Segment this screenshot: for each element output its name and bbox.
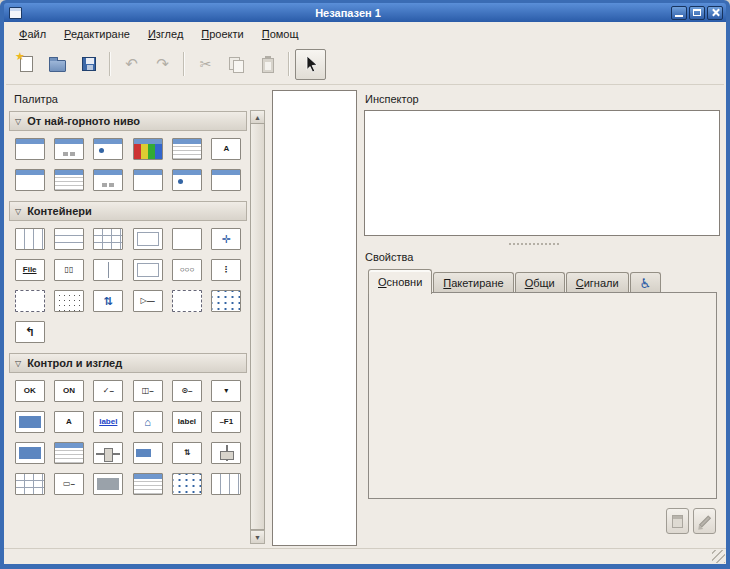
scrollbar-thumb[interactable]	[250, 123, 265, 530]
text-view[interactable]	[54, 442, 84, 464]
spin-button[interactable]: ⇅	[172, 442, 202, 464]
menu-edit[interactable]: Редактиране	[55, 25, 139, 43]
toolbar-widget[interactable]: ▯▯	[54, 259, 84, 281]
hpaned[interactable]	[93, 259, 123, 281]
list[interactable]	[211, 473, 241, 495]
combo-box[interactable]: ◫–	[133, 380, 163, 402]
hscale[interactable]	[93, 442, 123, 464]
alignment[interactable]: ↰	[15, 321, 45, 343]
vbuttonbox[interactable]: ⋮	[211, 259, 241, 281]
pane-resize-handle[interactable]	[509, 243, 559, 246]
window[interactable]	[15, 138, 45, 160]
save-button[interactable]	[73, 49, 104, 80]
tab-general[interactable]: Основни	[368, 269, 432, 294]
input-dialog[interactable]	[15, 169, 45, 191]
handlebox[interactable]: ▷—	[133, 290, 163, 312]
tab-accessibility[interactable]: ♿	[630, 272, 662, 293]
tab-packing[interactable]: Пакетиране	[433, 272, 513, 293]
frame[interactable]	[133, 228, 163, 250]
calendar[interactable]	[15, 473, 45, 495]
close-button[interactable]	[707, 6, 723, 20]
titlebar[interactable]: Незапазен 1	[4, 3, 726, 22]
menu-projects[interactable]: Проекти	[192, 25, 252, 43]
image[interactable]: ⌂	[133, 411, 163, 433]
check-button[interactable]: ✓–	[93, 380, 123, 402]
menu-view[interactable]: Изглед	[139, 25, 192, 43]
hseparator[interactable]: ▭–	[54, 473, 84, 495]
properties-editor-button[interactable]	[666, 508, 689, 534]
cut-button[interactable]	[190, 49, 221, 80]
minimize-button[interactable]	[671, 6, 687, 20]
utility-window[interactable]	[211, 169, 241, 191]
undo-button[interactable]	[116, 49, 147, 80]
text-view-2[interactable]	[133, 473, 163, 495]
radio-button[interactable]: ⊙–	[172, 380, 202, 402]
button[interactable]: OK	[15, 380, 45, 402]
iconbox[interactable]	[211, 290, 241, 312]
label[interactable]: label	[172, 411, 202, 433]
dialog-with-buttons[interactable]	[93, 169, 123, 191]
list-dialog[interactable]	[54, 169, 84, 191]
copy-icon	[229, 57, 244, 72]
maximize-button[interactable]	[689, 6, 705, 20]
vscale[interactable]	[211, 442, 241, 464]
entry[interactable]	[15, 411, 45, 433]
font-selection-dialog[interactable]: A	[211, 138, 241, 160]
redo-button[interactable]	[147, 49, 178, 80]
option-menu[interactable]: ▾	[211, 380, 241, 402]
statusbar-widget[interactable]	[93, 473, 123, 495]
selector-button[interactable]	[295, 49, 326, 80]
fixed[interactable]	[172, 228, 202, 250]
palette-grid-toplevel: A	[8, 131, 248, 200]
dialog[interactable]	[54, 138, 84, 160]
widget-icon: ○○○	[180, 266, 195, 274]
inspector-panel[interactable]	[364, 110, 720, 236]
open-folder-icon	[49, 60, 66, 72]
custom-editor-button[interactable]	[693, 508, 716, 534]
toolbar-separator	[183, 52, 185, 76]
palette-section-containers[interactable]: ▽ Контейнери	[9, 201, 247, 221]
message-dialog[interactable]	[93, 138, 123, 160]
scroll-down-arrow-icon[interactable]: ▼	[250, 530, 265, 544]
palette-panel: ▽ От най-горното ниво A ▽ Контейнери ✛Fi…	[8, 110, 248, 544]
toolbar-separator	[288, 52, 290, 76]
palette-scrollbar[interactable]: ▲ ▼	[250, 110, 265, 544]
paste-button[interactable]	[252, 49, 283, 80]
color-selection-dialog[interactable]	[133, 138, 163, 160]
hbox[interactable]	[15, 228, 45, 250]
toggle-button[interactable]: ON	[54, 380, 84, 402]
progress-bar[interactable]	[133, 442, 163, 464]
file-selection-dialog[interactable]	[172, 138, 202, 160]
design-canvas[interactable]	[272, 90, 357, 546]
link-label[interactable]: label	[93, 411, 123, 433]
resize-grip[interactable]	[712, 550, 725, 563]
copy-button[interactable]	[221, 49, 252, 80]
accel-label[interactable]: –F1	[211, 411, 241, 433]
menubar: ФайлРедактиранеИзгледПроектиПомощ	[6, 24, 724, 44]
table[interactable]	[93, 228, 123, 250]
expander[interactable]	[172, 290, 202, 312]
layout[interactable]	[54, 290, 84, 312]
open-button[interactable]	[42, 49, 73, 80]
notebook[interactable]	[133, 259, 163, 281]
text-button[interactable]: A	[54, 411, 84, 433]
combo-entry[interactable]	[15, 442, 45, 464]
hbuttonbox[interactable]: ○○○	[172, 259, 202, 281]
icon-view[interactable]	[172, 473, 202, 495]
plain-window[interactable]	[133, 169, 163, 191]
vbox[interactable]	[54, 228, 84, 250]
viewport[interactable]	[15, 290, 45, 312]
menubar[interactable]: File	[15, 259, 45, 281]
new-button[interactable]	[11, 49, 42, 80]
tab-signals[interactable]: Сигнали	[566, 272, 629, 293]
palette-section-toplevel[interactable]: ▽ От най-горното ниво	[9, 111, 247, 131]
palette-section-controls[interactable]: ▽ Контрол и изглед	[9, 353, 247, 373]
widget-icon: ↰	[25, 326, 35, 338]
menu-help[interactable]: Помощ	[253, 25, 308, 43]
popup-window[interactable]	[172, 169, 202, 191]
scroll-up-arrow-icon[interactable]: ▲	[250, 110, 265, 124]
scrolledwindow[interactable]: ⇅	[93, 290, 123, 312]
layout-move[interactable]: ✛	[211, 228, 241, 250]
tab-common[interactable]: Общи	[515, 272, 565, 293]
menu-file[interactable]: Файл	[10, 25, 55, 43]
